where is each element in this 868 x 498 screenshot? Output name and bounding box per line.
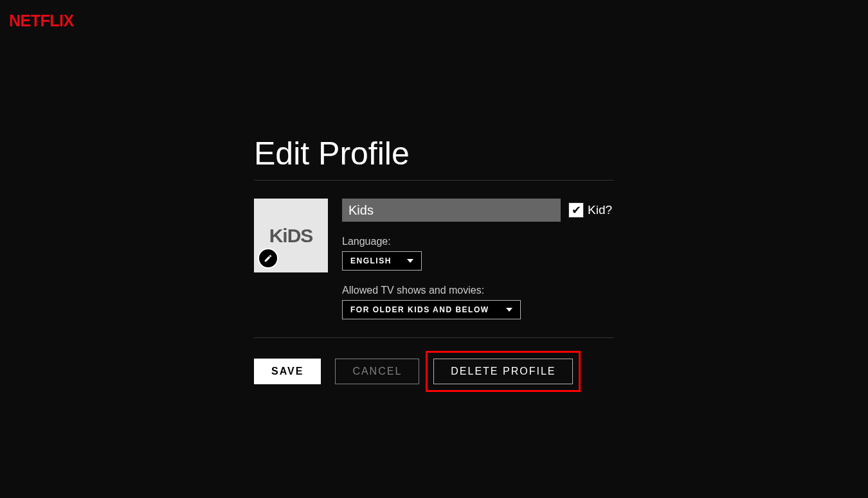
profile-avatar: KiDS [254,199,328,272]
pencil-icon [264,254,273,263]
kid-checkbox[interactable]: ✔ [568,202,584,218]
check-icon: ✔ [572,203,581,217]
edit-profile-panel: Edit Profile KiDS ✔ Kid? Language: [254,0,614,384]
language-select[interactable]: English [342,251,422,271]
page-title: Edit Profile [254,135,614,172]
edit-avatar-button[interactable] [258,248,278,269]
avatar-placeholder-text: KiDS [269,225,313,247]
logo-text: NETFLIX [9,12,74,30]
divider-bottom [254,337,614,338]
profile-name-input[interactable] [342,199,561,222]
language-label: Language: [342,236,614,247]
chevron-down-icon [407,259,413,263]
language-value: English [350,256,392,265]
delete-profile-button[interactable]: Delete Profile [433,359,573,384]
kid-checkbox-label: Kid? [588,203,612,217]
name-and-kid-row: ✔ Kid? [342,199,614,222]
button-row: Save Cancel Delete Profile [254,359,614,384]
netflix-logo[interactable]: NETFLIX [9,12,74,30]
chevron-down-icon [506,308,512,312]
kid-checkbox-wrap: ✔ Kid? [568,202,612,218]
divider-top [254,180,614,181]
maturity-label: Allowed TV shows and movies: [342,285,614,296]
maturity-value: For Older Kids and Below [350,305,489,314]
form-fields: ✔ Kid? Language: English Allowed TV show… [342,199,614,319]
cancel-button[interactable]: Cancel [335,359,419,384]
maturity-select[interactable]: For Older Kids and Below [342,300,521,319]
save-button[interactable]: Save [254,359,321,384]
form-row: KiDS ✔ Kid? Language: English [254,199,614,319]
